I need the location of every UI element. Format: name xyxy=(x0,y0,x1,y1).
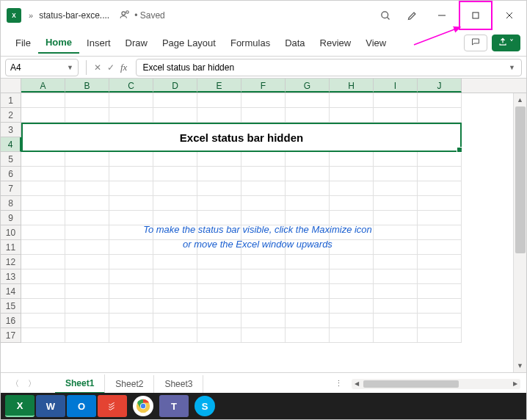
cell[interactable] xyxy=(21,152,65,167)
cell[interactable] xyxy=(330,314,374,328)
scroll-up-icon[interactable]: ▲ xyxy=(514,93,526,106)
cell[interactable] xyxy=(197,196,241,211)
sheet-nav-prev-icon[interactable]: 〈 xyxy=(7,378,23,389)
formula-expand-icon[interactable]: ▼ xyxy=(509,64,515,71)
cell[interactable] xyxy=(153,284,197,299)
cell[interactable] xyxy=(374,299,418,314)
cell[interactable] xyxy=(153,196,197,211)
cell[interactable] xyxy=(65,93,109,108)
row-header[interactable]: 15 xyxy=(1,299,21,314)
taskbar-outlook-icon[interactable]: O xyxy=(67,395,96,417)
cell[interactable] xyxy=(241,284,286,299)
cell[interactable] xyxy=(197,314,241,328)
cell[interactable] xyxy=(153,328,197,343)
row-header[interactable]: 5 xyxy=(1,152,21,167)
cell[interactable] xyxy=(241,152,286,167)
row-header[interactable]: 8 xyxy=(1,196,21,211)
cell[interactable] xyxy=(197,255,241,269)
cell[interactable] xyxy=(197,181,241,196)
cell[interactable] xyxy=(21,225,65,240)
cell[interactable] xyxy=(418,93,462,108)
cell[interactable] xyxy=(286,328,330,343)
cell[interactable] xyxy=(109,181,153,196)
cell[interactable] xyxy=(241,299,286,314)
cell[interactable] xyxy=(109,269,153,284)
cell[interactable] xyxy=(153,299,197,314)
cell[interactable] xyxy=(65,167,109,181)
cell[interactable] xyxy=(330,108,374,123)
cell[interactable] xyxy=(286,93,330,108)
tab-review[interactable]: Review xyxy=(313,33,359,53)
cell[interactable] xyxy=(65,284,109,299)
cell[interactable] xyxy=(374,167,418,181)
scroll-left-icon[interactable]: ◀ xyxy=(352,380,362,387)
cell[interactable] xyxy=(418,284,462,299)
taskbar-excel-icon[interactable]: X xyxy=(5,395,34,417)
cell[interactable] xyxy=(65,196,109,211)
save-status[interactable]: Saved xyxy=(134,10,165,21)
cell[interactable] xyxy=(65,255,109,269)
cell[interactable] xyxy=(418,314,462,328)
cell[interactable] xyxy=(197,167,241,181)
cell[interactable] xyxy=(109,93,153,108)
cell[interactable] xyxy=(330,93,374,108)
row-header[interactable]: 13 xyxy=(1,269,21,284)
cell[interactable] xyxy=(21,284,65,299)
cell[interactable] xyxy=(286,284,330,299)
cell[interactable] xyxy=(374,314,418,328)
col-header[interactable]: D xyxy=(153,79,197,93)
row-header[interactable]: 3 xyxy=(1,123,21,137)
col-header[interactable]: E xyxy=(197,79,241,93)
cell[interactable] xyxy=(286,269,330,284)
cell[interactable] xyxy=(374,196,418,211)
cell[interactable] xyxy=(65,314,109,328)
minimize-button[interactable] xyxy=(425,1,459,30)
sheet-nav-next-icon[interactable]: 〉 xyxy=(23,378,40,389)
scroll-down-icon[interactable]: ▼ xyxy=(514,359,526,372)
cell[interactable] xyxy=(374,93,418,108)
cell[interactable] xyxy=(153,181,197,196)
cell[interactable] xyxy=(109,108,153,123)
row-header[interactable]: 2 xyxy=(1,108,21,123)
cell[interactable] xyxy=(21,211,65,225)
cell[interactable] xyxy=(153,255,197,269)
taskbar-todoist-icon[interactable] xyxy=(98,395,127,417)
cell[interactable] xyxy=(374,181,418,196)
cell[interactable] xyxy=(21,314,65,328)
cell[interactable] xyxy=(21,269,65,284)
cell[interactable] xyxy=(241,181,286,196)
cell[interactable] xyxy=(418,299,462,314)
cell[interactable] xyxy=(330,196,374,211)
cell[interactable] xyxy=(241,93,286,108)
row-header[interactable]: 11 xyxy=(1,240,21,255)
cell[interactable] xyxy=(197,299,241,314)
sheet-tab[interactable]: Sheet1 xyxy=(55,374,105,394)
cell[interactable] xyxy=(418,328,462,343)
col-header[interactable]: J xyxy=(418,79,462,93)
vertical-scrollbar[interactable]: ▲ ▼ xyxy=(513,93,526,372)
cell[interactable] xyxy=(286,167,330,181)
cell[interactable] xyxy=(418,255,462,269)
cell[interactable] xyxy=(241,255,286,269)
cell[interactable] xyxy=(374,269,418,284)
cell[interactable] xyxy=(153,269,197,284)
cell[interactable] xyxy=(330,328,374,343)
cell[interactable] xyxy=(241,269,286,284)
cell[interactable] xyxy=(286,299,330,314)
taskbar-skype-icon[interactable]: S xyxy=(195,396,215,416)
cell[interactable] xyxy=(153,152,197,167)
comments-button[interactable] xyxy=(464,35,487,51)
tab-draw[interactable]: Draw xyxy=(118,33,155,53)
cell[interactable] xyxy=(65,269,109,284)
tab-home[interactable]: Home xyxy=(38,32,79,54)
cell[interactable] xyxy=(109,314,153,328)
cancel-formula-icon[interactable]: ✕ xyxy=(94,62,101,73)
overflow-chevron-icon[interactable]: » xyxy=(29,11,33,20)
cell[interactable] xyxy=(241,196,286,211)
row-header[interactable]: 6 xyxy=(1,167,21,181)
cell[interactable] xyxy=(197,284,241,299)
cell[interactable] xyxy=(21,93,65,108)
cell[interactable] xyxy=(330,167,374,181)
row-header[interactable]: 7 xyxy=(1,181,21,196)
close-button[interactable] xyxy=(493,1,526,30)
